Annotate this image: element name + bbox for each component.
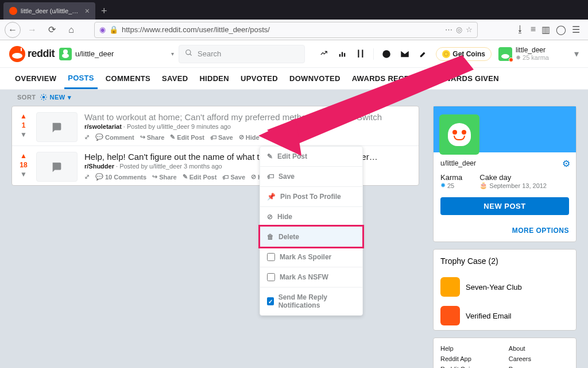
new-tab-button[interactable]: + <box>95 3 113 20</box>
tab-awards-received[interactable]: AWARDS RECEIVED <box>349 68 431 89</box>
tab-awards-given[interactable]: AWARDS GIVEN <box>435 68 502 89</box>
reload-button[interactable]: ⟳ <box>44 22 60 38</box>
tab-comments[interactable]: COMMENTS <box>102 68 154 89</box>
back-button[interactable]: ← <box>5 22 21 38</box>
post-more-menu: ✎ Edit Post 🏷 Save 📌 Pin Post To Profile… <box>260 146 363 316</box>
search-input[interactable]: Search <box>179 45 305 63</box>
expand-icon[interactable]: ⤢ <box>84 173 90 181</box>
bookmark-icon[interactable]: ☆ <box>466 25 473 34</box>
menu-hide[interactable]: ⊘ Hide <box>260 206 362 227</box>
new-post-button[interactable]: NEW POST <box>440 197 569 215</box>
url-field[interactable]: ◉ 🔒 https://www.reddit.com/user/little_d… <box>94 22 478 38</box>
more-options-link[interactable]: MORE OPTIONS <box>434 222 576 241</box>
rpan-icon[interactable]: ┃┃ <box>355 48 366 60</box>
sort-row: SORT NEW ▾ <box>0 90 588 106</box>
sidebar-icon[interactable]: ▥ <box>541 24 550 35</box>
edit-button[interactable]: ✎ Edit Post <box>170 133 204 141</box>
browser-tab-bar: little_deer (u/little_deer) - Redd × + <box>0 0 588 20</box>
tab-overview[interactable]: OVERVIEW <box>11 68 60 89</box>
downloads-icon[interactable]: ⭳ <box>516 24 525 35</box>
tab-downvoted[interactable]: DOWNVOTED <box>286 68 344 89</box>
footer-link[interactable]: Help <box>440 345 486 352</box>
footer-link[interactable]: Careers <box>509 355 535 362</box>
community-dropdown[interactable]: u/little_deer ▾ <box>59 48 174 60</box>
divider <box>373 48 374 60</box>
menu-delete[interactable]: 🗑 Delete <box>260 227 362 247</box>
search-placeholder: Search <box>198 49 221 58</box>
footer-link[interactable]: Reddit App <box>440 355 486 362</box>
user-menu[interactable]: little_deer ✸ 25 karma ▾ <box>498 47 579 61</box>
svg-point-6 <box>42 96 45 99</box>
reddit-wordmark: reddit <box>28 48 55 60</box>
thumbnail-text-icon <box>36 152 78 182</box>
tab-posts[interactable]: POSTS <box>64 68 98 89</box>
reddit-favicon <box>9 7 17 15</box>
svg-rect-4 <box>344 53 345 56</box>
browser-tab[interactable]: little_deer (u/little_deer) - Redd × <box>3 2 95 20</box>
tab-title: little_deer (u/little_deer) - Redd <box>21 7 82 14</box>
svg-line-13 <box>41 99 41 99</box>
comment-button[interactable]: 💬 Comment <box>95 133 134 141</box>
all-icon[interactable] <box>336 48 348 60</box>
footer-link[interactable]: Press <box>509 366 535 368</box>
menu-nsfw[interactable]: Mark As NSFW <box>260 267 362 287</box>
reader-icon[interactable]: ◎ <box>456 25 462 34</box>
checkbox[interactable] <box>267 273 275 281</box>
checkbox[interactable] <box>267 253 275 261</box>
messages-icon[interactable] <box>399 48 411 60</box>
trophy-icon <box>440 277 460 297</box>
comment-button[interactable]: 💬 10 Comments <box>95 173 146 181</box>
post-meta: r/swoletariat · Posted by u/little_deer … <box>84 123 413 130</box>
profile-banner <box>434 106 576 152</box>
user-karma: ✸ 25 karma <box>516 54 549 61</box>
tab-hidden[interactable]: HIDDEN <box>196 68 233 89</box>
footer-link[interactable]: About <box>509 345 535 352</box>
reddit-logo[interactable]: reddit <box>9 46 55 62</box>
post-title[interactable]: Help, help! Can't figure out the name of… <box>84 152 413 162</box>
cakeday-label: Cake day <box>479 173 547 182</box>
settings-gear-icon[interactable]: ⚙ <box>556 158 576 169</box>
save-button[interactable]: 🏷 Save <box>222 174 245 181</box>
library-icon[interactable]: ≡ <box>531 24 536 35</box>
community-name: u/little_deer <box>75 49 114 58</box>
account-icon[interactable]: ◯ <box>556 24 566 35</box>
upvote-icon[interactable]: ▲ <box>20 112 27 120</box>
downvote-icon[interactable]: ▼ <box>20 131 27 139</box>
footer-link[interactable]: Reddit Coins <box>440 366 486 368</box>
popular-icon[interactable] <box>318 48 330 60</box>
upvote-icon[interactable]: ▲ <box>20 152 27 160</box>
post-title[interactable]: Want to workout at home; Can't afford my… <box>84 112 413 122</box>
downvote-icon[interactable]: ▼ <box>20 170 27 178</box>
tab-saved[interactable]: SAVED <box>158 68 191 89</box>
checkbox-checked-icon[interactable]: ✓ <box>267 297 274 305</box>
menu-spoiler[interactable]: Mark As Spoiler <box>260 247 362 267</box>
share-button[interactable]: ↪ Share <box>140 133 165 141</box>
expand-icon[interactable]: ⤢ <box>84 133 90 141</box>
menu-notify[interactable]: ✓ Send Me Reply Notifications <box>260 287 362 315</box>
edit-button[interactable]: ✎ Edit Post <box>183 173 217 181</box>
chevron-down-icon: ▾ <box>574 48 579 59</box>
close-icon[interactable]: × <box>85 6 90 16</box>
home-button[interactable]: ⌂ <box>63 22 79 38</box>
trophy-name: Seven-Year Club <box>466 283 522 292</box>
get-coins-button[interactable]: Get Coins <box>436 47 492 61</box>
create-post-icon[interactable] <box>417 48 429 60</box>
chat-icon[interactable] <box>381 48 392 60</box>
post-item: ▲ 18 ▼ Help, help! Can't figure out the … <box>12 145 419 185</box>
hide-button[interactable]: ⊘ Hide <box>239 133 260 141</box>
trophy-item: Seven-Year Club <box>434 273 576 301</box>
post-feed: ▲ 1 ▼ Want to workout at home; Can't aff… <box>11 106 419 186</box>
page-actions-icon[interactable]: ⋯ <box>445 25 452 34</box>
save-button[interactable]: 🏷 Save <box>210 134 233 141</box>
menu-icon[interactable]: ☰ <box>572 24 580 35</box>
menu-save[interactable]: 🏷 Save <box>260 166 362 186</box>
menu-pin[interactable]: 📌 Pin Post To Profile <box>260 186 362 206</box>
more-button[interactable]: ⋯ <box>265 133 272 141</box>
menu-edit-post[interactable]: ✎ Edit Post <box>260 147 362 166</box>
svg-line-12 <box>45 99 45 99</box>
sort-new-button[interactable]: NEW ▾ <box>40 93 72 101</box>
trophy-name: Verified Email <box>466 312 511 320</box>
svg-rect-2 <box>339 54 341 57</box>
tab-upvoted[interactable]: UPVOTED <box>237 68 281 89</box>
share-button[interactable]: ↪ Share <box>152 173 177 181</box>
